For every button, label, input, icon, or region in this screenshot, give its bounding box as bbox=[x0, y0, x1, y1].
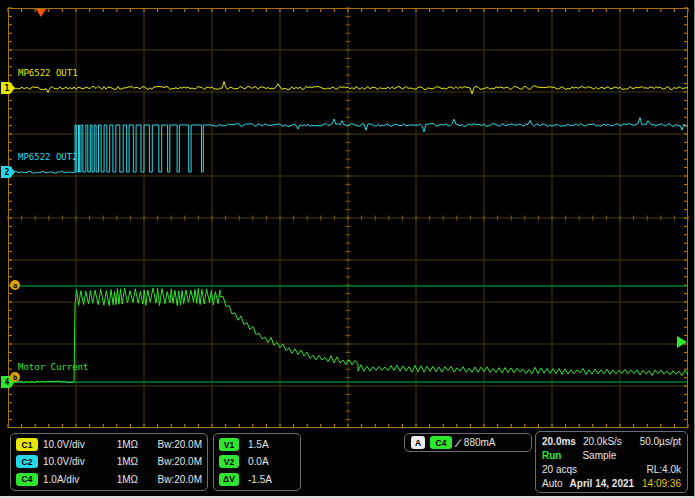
channel-4-settings[interactable]: C4 1.0A/div 1MΩ Bw:20.0M bbox=[16, 471, 202, 487]
cursor-v1-value: 1.5A bbox=[248, 439, 269, 450]
trace-label-c4: Motor Current bbox=[18, 362, 88, 372]
channel-1-settings[interactable]: C1 10.0V/div 1MΩ Bw:20.0M bbox=[16, 437, 202, 453]
cursor-v1-badge: V1 bbox=[219, 438, 239, 451]
cursor-v2-badge: V2 bbox=[219, 455, 239, 468]
timebase-row: 20.0ms 20.0kS/s 50.0µs/pt bbox=[542, 434, 681, 448]
channel-4-impedance: 1MΩ bbox=[106, 474, 138, 485]
channel-2-settings[interactable]: C2 10.0V/div 1MΩ Bw:20.0M bbox=[16, 454, 202, 470]
cursor-delta-value: -1.5A bbox=[248, 474, 272, 485]
trigger-position-marker[interactable] bbox=[36, 9, 46, 17]
cursor-v1-row: V1 1.5A bbox=[219, 437, 295, 453]
trigger-a-badge: A bbox=[411, 436, 425, 449]
timebase-value: 20.0ms bbox=[542, 436, 576, 447]
channel-4-badge[interactable]: C4 bbox=[16, 473, 38, 486]
acquisition-mode: Sample bbox=[582, 450, 616, 461]
channel-1-impedance: 1MΩ bbox=[106, 439, 138, 450]
sample-rate: 20.0kS/s bbox=[583, 436, 622, 447]
acquisition-count: 20 acqs bbox=[542, 464, 577, 475]
acquisition-box[interactable]: 20.0ms 20.0kS/s 50.0µs/pt Run Sample 20 … bbox=[535, 431, 688, 493]
channel-4-scale: 1.0A/div bbox=[43, 474, 101, 485]
record-length: RL:4.0k bbox=[647, 464, 681, 475]
cursor-readout-box[interactable]: V1 1.5A V2 0.0A ΔV -1.5A bbox=[213, 433, 301, 491]
trigger-mode: Auto bbox=[542, 478, 563, 489]
cursor-b-marker-label: b bbox=[13, 374, 17, 382]
status-row: Auto April 14, 2021 14:09:36 bbox=[542, 476, 681, 490]
readout-bar: C1 10.0V/div 1MΩ Bw:20.0M C2 10.0V/div 1… bbox=[0, 428, 695, 496]
vertical-settings-box[interactable]: C1 10.0V/div 1MΩ Bw:20.0M C2 10.0V/div 1… bbox=[10, 433, 208, 491]
trace-label-c1: MP6522 OUT1 bbox=[18, 68, 78, 78]
oscilloscope-screen: MP6522 OUT1MP6522 OUT2Motor Current124ab… bbox=[0, 0, 695, 498]
run-status: Run bbox=[542, 450, 561, 461]
channel-2-position-marker-label: 2 bbox=[5, 168, 10, 177]
channel-1-badge[interactable]: C1 bbox=[16, 438, 38, 451]
cursor-v2-value: 0.0A bbox=[248, 456, 269, 467]
channel-4-position-marker-label: 4 bbox=[5, 378, 10, 387]
channel-2-badge[interactable]: C2 bbox=[16, 455, 38, 468]
trigger-level-value: 880mA bbox=[464, 437, 496, 448]
run-row: Run Sample bbox=[542, 448, 681, 462]
clock-display: 14:09:36 bbox=[642, 478, 681, 489]
channel-1-position-marker-label: 1 bbox=[5, 84, 10, 93]
channel-1-bandwidth: Bw:20.0M bbox=[143, 439, 202, 450]
cursor-delta-row: ΔV -1.5A bbox=[219, 471, 295, 487]
channel-4-bandwidth: Bw:20.0M bbox=[143, 474, 202, 485]
trigger-readout-box[interactable]: A C4 ∕ 880mA bbox=[404, 433, 532, 452]
channel-1-scale: 10.0V/div bbox=[43, 439, 101, 450]
date-display: April 14, 2021 bbox=[570, 478, 634, 489]
rising-edge-icon: ∕ bbox=[456, 437, 460, 449]
acqs-row: 20 acqs RL:4.0k bbox=[542, 462, 681, 476]
resolution: 50.0µs/pt bbox=[640, 436, 681, 447]
channel-2-scale: 10.0V/div bbox=[43, 456, 101, 467]
cursor-a-marker-label: a bbox=[13, 282, 17, 290]
trigger-source-badge[interactable]: C4 bbox=[430, 436, 452, 449]
waveform-display: MP6522 OUT1MP6522 OUT2Motor Current124ab bbox=[0, 0, 695, 430]
channel-2-bandwidth: Bw:20.0M bbox=[143, 456, 202, 467]
cursor-v2-row: V2 0.0A bbox=[219, 454, 295, 470]
trigger-level-marker[interactable] bbox=[677, 336, 687, 348]
trace-label-c2: MP6522 OUT2 bbox=[18, 152, 78, 162]
cursor-delta-badge: ΔV bbox=[219, 473, 239, 486]
channel-2-impedance: 1MΩ bbox=[106, 456, 138, 467]
